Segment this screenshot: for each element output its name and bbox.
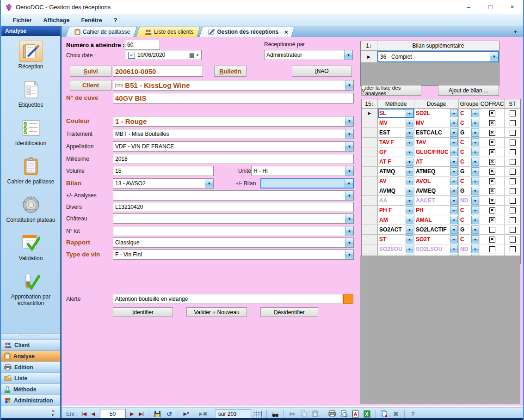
- chevron-down-icon[interactable]: ▼: [406, 235, 413, 243]
- row-selector[interactable]: [362, 147, 378, 157]
- volume-input[interactable]: 15: [113, 166, 214, 176]
- client-select[interactable]: 123 B51 - KissLog Wine ▼: [113, 80, 354, 91]
- dosage-select[interactable]: AMAL▼: [414, 215, 459, 225]
- type-vin-select[interactable]: F - Vin Fini ▼: [113, 250, 354, 260]
- date-checkbox[interactable]: ✓: [128, 52, 135, 59]
- print-icon[interactable]: [328, 409, 337, 419]
- groupe-select[interactable]: C▼: [459, 147, 480, 157]
- chateau-select[interactable]: ▼: [113, 213, 354, 224]
- methode-select[interactable]: PH F▼: [378, 206, 414, 215]
- methode-select[interactable]: AT F▼: [378, 157, 414, 166]
- chevron-down-icon[interactable]: ▼: [406, 177, 413, 185]
- row-selector[interactable]: [362, 235, 378, 244]
- save-icon[interactable]: [153, 409, 162, 419]
- minimize-button[interactable]: –: [458, 0, 480, 14]
- sidebar-grip[interactable]: ··········: [1, 333, 60, 339]
- groupe-select[interactable]: ND▼: [459, 196, 480, 205]
- date-picker[interactable]: ✓ 10/06/2020 ▦▼: [125, 50, 202, 60]
- cofrac-checkbox[interactable]: ✕: [489, 120, 495, 126]
- methode-select[interactable]: MV▼: [378, 118, 414, 128]
- chevron-down-icon[interactable]: ▼: [471, 138, 479, 146]
- sidebar-item-validation[interactable]: Validation: [2, 232, 60, 262]
- methode-select[interactable]: ST▼: [378, 235, 414, 244]
- cofrac-checkbox[interactable]: ✕: [489, 140, 495, 146]
- chevron-down-icon[interactable]: ▼: [406, 119, 413, 127]
- dosage-select[interactable]: AVMEQ▼: [414, 186, 459, 195]
- methode-select[interactable]: SO2SOU▼: [378, 244, 414, 254]
- dosage-select[interactable]: PH▼: [414, 206, 459, 215]
- menu-help[interactable]: ?: [108, 15, 123, 25]
- section-methode[interactable]: Méthode: [1, 383, 60, 395]
- groupe-select[interactable]: C▼: [459, 235, 480, 244]
- desidentifier-button[interactable]: Désidentifier: [260, 307, 318, 317]
- chevron-down-icon[interactable]: ▼: [450, 206, 458, 214]
- column-header-methode[interactable]: Méthode: [378, 99, 414, 108]
- st-checkbox[interactable]: [510, 246, 516, 252]
- export-pdf-icon[interactable]: A: [351, 409, 360, 419]
- chevron-down-icon[interactable]: ▼: [471, 158, 479, 166]
- last-record-button[interactable]: ▶|: [137, 411, 145, 416]
- column-header-dosage[interactable]: Dosage: [414, 99, 459, 108]
- cofrac-checkbox[interactable]: ✕: [489, 207, 495, 213]
- st-checkbox[interactable]: [510, 169, 516, 175]
- section-client[interactable]: Client: [1, 339, 60, 350]
- print-preview-icon[interactable]: [339, 409, 349, 419]
- bilan-sup-select[interactable]: 36 - Complet ▼: [377, 51, 499, 62]
- row-selector[interactable]: ▶: [362, 109, 378, 118]
- st-checkbox[interactable]: [510, 227, 516, 233]
- delete-record-icon[interactable]: ▶✖: [199, 409, 208, 419]
- first-record-button[interactable]: |◀: [80, 411, 88, 416]
- column-header-st[interactable]: ST: [505, 99, 520, 108]
- chevron-down-icon[interactable]: ▼: [406, 187, 413, 195]
- chevron-down-icon[interactable]: ▼: [471, 196, 479, 205]
- row-selector[interactable]: [362, 167, 378, 176]
- chevron-down-icon[interactable]: ▼: [490, 52, 498, 61]
- row-selector[interactable]: [362, 186, 378, 195]
- chevron-down-icon[interactable]: ▼: [406, 196, 413, 205]
- groupe-select[interactable]: ND▼: [459, 244, 480, 254]
- chevron-down-icon[interactable]: ▼: [471, 167, 479, 176]
- dosage-select[interactable]: MV▼: [414, 118, 459, 128]
- groupe-select[interactable]: C▼: [459, 138, 480, 147]
- bilan-sup-sort-badge[interactable]: 1↓: [361, 41, 377, 50]
- tab-gestion-des-receptions[interactable]: Gestion des réceptions×: [201, 27, 293, 37]
- st-checkbox[interactable]: [510, 130, 516, 136]
- st-checkbox[interactable]: [510, 178, 516, 184]
- cofrac-checkbox[interactable]: ✕: [489, 217, 495, 223]
- close-button[interactable]: ×: [501, 0, 523, 14]
- dosage-select[interactable]: AACET▼: [414, 196, 459, 205]
- row-selector[interactable]: [362, 206, 378, 215]
- valider-nouveau-button[interactable]: Valider + Nouveau: [186, 307, 247, 317]
- paste-icon[interactable]: [311, 409, 320, 419]
- groupe-select[interactable]: G▼: [459, 186, 480, 195]
- groupe-select[interactable]: G▼: [459, 167, 480, 176]
- chevron-down-icon[interactable]: ▼: [345, 116, 353, 126]
- undo-icon[interactable]: ↺: [165, 409, 174, 419]
- copy-icon[interactable]: [299, 409, 308, 419]
- client-button[interactable]: Client: [70, 80, 111, 91]
- grid-view-icon[interactable]: [253, 409, 263, 419]
- st-checkbox[interactable]: [510, 140, 516, 146]
- new-record-icon[interactable]: ▶*: [182, 409, 191, 419]
- dosage-select[interactable]: SO2LSOU▼: [414, 244, 459, 254]
- cofrac-checkbox[interactable]: ✕: [489, 178, 495, 184]
- plus-analyses-select[interactable]: ▼: [113, 190, 354, 201]
- dosage-select[interactable]: AT▼: [414, 157, 459, 166]
- suivi-field[interactable]: 200610-0050: [113, 66, 203, 77]
- maximize-button[interactable]: □: [480, 0, 501, 14]
- chevron-down-icon[interactable]: ▼: [205, 179, 213, 188]
- appellation-select[interactable]: VDF - VIN DE FRANCE ▼: [113, 141, 354, 152]
- unite-select[interactable]: H - Hl ▼: [251, 166, 354, 176]
- row-selector[interactable]: [362, 215, 378, 225]
- chevron-down-icon[interactable]: ▼: [450, 138, 458, 146]
- millesime-input[interactable]: 2018: [113, 154, 354, 164]
- groupe-select[interactable]: C▼: [459, 109, 480, 118]
- cofrac-checkbox[interactable]: ✕: [489, 169, 495, 175]
- methode-select[interactable]: AA▼: [378, 196, 414, 205]
- plus-bilan-select[interactable]: ▼: [260, 178, 354, 189]
- chevron-down-icon[interactable]: ▼: [450, 245, 458, 253]
- chevron-down-icon[interactable]: ▼: [345, 179, 353, 188]
- receptionne-select[interactable]: Administrateur ▼: [264, 50, 353, 60]
- chevron-down-icon[interactable]: ▼: [471, 235, 479, 243]
- st-checkbox[interactable]: [510, 159, 516, 165]
